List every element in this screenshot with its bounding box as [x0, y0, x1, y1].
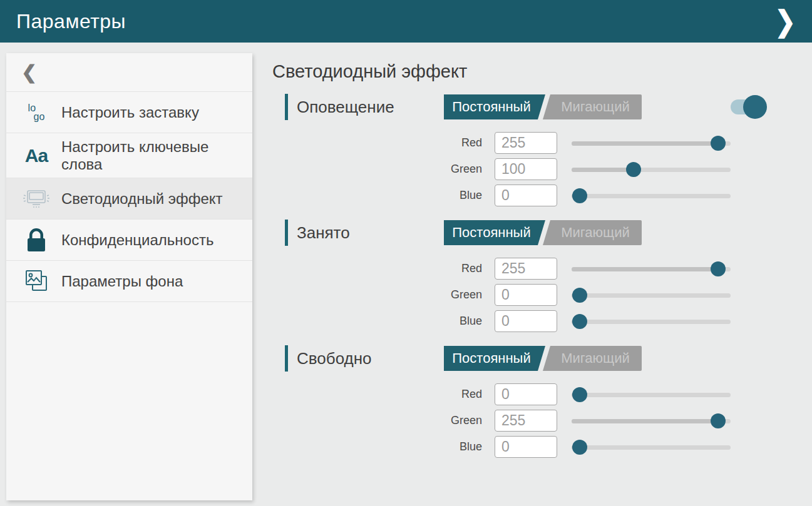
section-free: Свободно Постоянный Мигающий Red Green [272, 345, 799, 458]
blue-slider[interactable] [572, 188, 731, 203]
keywords-aa-icon: Aa [20, 145, 53, 166]
blue-label: Blue [272, 189, 495, 202]
mode-constant-button[interactable]: Постоянный [444, 94, 545, 119]
back-chevron-icon: ❮ [21, 61, 37, 83]
app-header: Параметры ❯ [0, 0, 812, 43]
green-value-input[interactable] [495, 410, 557, 432]
sidebar-item-label: Светодиодный эффект [61, 190, 223, 208]
mode-segmented-control: Постоянный Мигающий [444, 346, 642, 371]
settings-sidebar: ❮ logo Настроить заставку Aa Настроить к… [6, 53, 252, 500]
red-label: Red [272, 388, 495, 401]
slider-thumb[interactable] [626, 162, 641, 177]
sidebar-item-label: Настроить ключевые слова [61, 138, 244, 173]
section-title: Оповещение [297, 98, 444, 117]
rgb-row-green: Green [272, 158, 799, 180]
page-title: Параметры [16, 10, 126, 33]
notification-toggle[interactable] [731, 95, 767, 119]
red-value-input[interactable] [495, 132, 557, 154]
led-effect-panel: Светодиодный эффект Оповещение Постоянны… [272, 53, 799, 471]
green-value-input[interactable] [495, 158, 557, 180]
mode-segmented-control: Постоянный Мигающий [444, 94, 642, 119]
section-accent-bar [285, 94, 288, 120]
slider-thumb[interactable] [572, 387, 587, 402]
sidebar-back-button[interactable]: ❮ [6, 53, 252, 92]
section-busy: Занято Постоянный Мигающий Red Green [272, 220, 799, 332]
section-title: Свободно [297, 349, 444, 368]
rgb-row-green: Green [272, 410, 799, 432]
sidebar-item-label: Конфиденциальность [61, 231, 213, 249]
green-slider[interactable] [572, 288, 731, 303]
red-slider[interactable] [572, 261, 731, 276]
red-label: Red [272, 136, 495, 149]
green-label: Green [272, 163, 495, 176]
green-slider[interactable] [572, 413, 731, 428]
lock-icon [20, 227, 53, 253]
blue-label: Blue [272, 315, 495, 328]
blue-slider[interactable] [572, 314, 731, 329]
mode-blinking-button[interactable]: Мигающий [543, 94, 642, 119]
green-value-input[interactable] [495, 284, 557, 306]
forward-chevron-icon[interactable]: ❯ [774, 7, 796, 36]
green-label: Green [272, 288, 495, 301]
slider-thumb[interactable] [572, 314, 587, 329]
background-images-icon [20, 268, 53, 295]
slider-thumb[interactable] [572, 188, 587, 203]
mode-segmented-control: Постоянный Мигающий [444, 220, 642, 245]
sidebar-item-keywords[interactable]: Aa Настроить ключевые слова [6, 133, 252, 178]
red-slider[interactable] [572, 136, 731, 151]
rgb-row-blue: Blue [272, 436, 799, 458]
sidebar-item-splash-screen[interactable]: logo Настроить заставку [6, 92, 252, 133]
rgb-row-green: Green [272, 284, 799, 306]
red-value-input[interactable] [495, 258, 557, 280]
led-monitor-icon [20, 188, 53, 210]
slider-thumb[interactable] [711, 413, 726, 428]
section-accent-bar [285, 220, 288, 246]
blue-value-input[interactable] [495, 436, 557, 458]
red-slider[interactable] [572, 387, 731, 402]
slider-thumb[interactable] [711, 136, 726, 151]
rgb-row-red: Red [272, 132, 799, 154]
red-value-input[interactable] [495, 383, 557, 405]
mode-blinking-button[interactable]: Мигающий [543, 220, 642, 245]
blue-value-input[interactable] [495, 310, 557, 332]
green-label: Green [272, 414, 495, 427]
section-title: Занято [297, 223, 444, 243]
toggle-knob [743, 95, 767, 119]
sidebar-item-led-effect[interactable]: Светодиодный эффект [6, 178, 252, 220]
rgb-row-blue: Blue [272, 185, 799, 206]
content-title: Светодиодный эффект [272, 61, 799, 82]
slider-thumb[interactable] [572, 440, 587, 455]
section-accent-bar [285, 345, 288, 372]
red-label: Red [272, 262, 495, 275]
green-slider[interactable] [572, 162, 731, 177]
mode-constant-button[interactable]: Постоянный [444, 220, 545, 245]
rgb-row-blue: Blue [272, 310, 799, 332]
slider-thumb[interactable] [711, 261, 726, 276]
section-notification: Оповещение Постоянный Мигающий Red [272, 94, 799, 206]
mode-constant-button[interactable]: Постоянный [444, 346, 545, 371]
sidebar-item-background[interactable]: Параметры фона [6, 261, 252, 302]
sidebar-item-privacy[interactable]: Конфиденциальность [6, 220, 252, 261]
blue-value-input[interactable] [495, 185, 557, 206]
slider-thumb[interactable] [572, 288, 587, 303]
sidebar-item-label: Настроить заставку [61, 104, 199, 121]
rgb-row-red: Red [272, 258, 799, 280]
logo-icon: logo [20, 104, 53, 121]
mode-blinking-button[interactable]: Мигающий [543, 346, 642, 371]
sidebar-item-label: Параметры фона [61, 273, 183, 290]
rgb-row-red: Red [272, 383, 799, 405]
blue-label: Blue [272, 440, 495, 453]
blue-slider[interactable] [572, 440, 731, 455]
